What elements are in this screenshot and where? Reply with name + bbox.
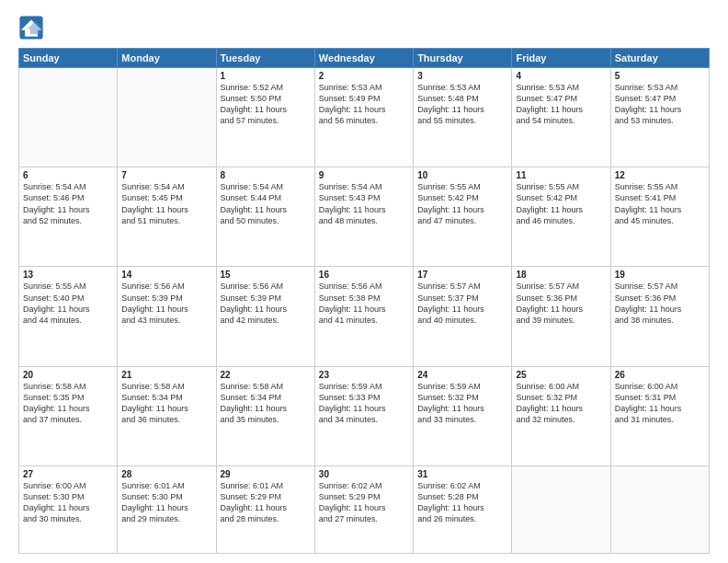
day-info: Sunrise: 5:57 AM Sunset: 5:37 PM Dayligh…	[417, 281, 507, 326]
day-info: Sunrise: 5:58 AM Sunset: 5:35 PM Dayligh…	[23, 381, 113, 426]
day-cell: 15Sunrise: 5:56 AM Sunset: 5:39 PM Dayli…	[216, 267, 314, 366]
day-cell: 6Sunrise: 5:54 AM Sunset: 5:46 PM Daylig…	[19, 167, 118, 267]
day-info: Sunrise: 6:00 AM Sunset: 5:32 PM Dayligh…	[516, 381, 606, 426]
day-number: 11	[516, 170, 606, 180]
weekday-header-tuesday: Tuesday	[216, 49, 314, 68]
day-number: 31	[417, 469, 507, 479]
day-number: 3	[417, 71, 507, 81]
day-number: 19	[615, 270, 705, 280]
day-info: Sunrise: 6:01 AM Sunset: 5:29 PM Dayligh…	[221, 480, 311, 525]
day-info: Sunrise: 6:01 AM Sunset: 5:30 PM Dayligh…	[121, 480, 211, 525]
day-cell: 28Sunrise: 6:01 AM Sunset: 5:30 PM Dayli…	[118, 465, 216, 553]
calendar-table: SundayMondayTuesdayWednesdayThursdayFrid…	[18, 48, 710, 554]
day-cell: 29Sunrise: 6:01 AM Sunset: 5:29 PM Dayli…	[216, 465, 314, 553]
week-row-3: 13Sunrise: 5:55 AM Sunset: 5:40 PM Dayli…	[19, 267, 710, 366]
header	[18, 15, 710, 40]
day-number: 15	[221, 270, 311, 280]
weekday-header-wednesday: Wednesday	[314, 49, 413, 68]
weekday-header-row: SundayMondayTuesdayWednesdayThursdayFrid…	[19, 49, 710, 68]
day-info: Sunrise: 6:00 AM Sunset: 5:30 PM Dayligh…	[23, 480, 113, 525]
day-cell: 22Sunrise: 5:58 AM Sunset: 5:34 PM Dayli…	[216, 366, 314, 465]
day-cell: 12Sunrise: 5:55 AM Sunset: 5:41 PM Dayli…	[610, 167, 709, 267]
day-cell: 31Sunrise: 6:02 AM Sunset: 5:28 PM Dayli…	[414, 465, 512, 553]
day-number: 2	[319, 71, 409, 81]
day-cell: 11Sunrise: 5:55 AM Sunset: 5:42 PM Dayli…	[512, 167, 610, 267]
day-cell: 7Sunrise: 5:54 AM Sunset: 5:45 PM Daylig…	[118, 167, 216, 267]
day-info: Sunrise: 5:55 AM Sunset: 5:42 PM Dayligh…	[417, 181, 507, 226]
day-number: 27	[23, 469, 113, 479]
day-info: Sunrise: 5:57 AM Sunset: 5:36 PM Dayligh…	[615, 281, 705, 326]
day-cell	[19, 68, 118, 167]
day-info: Sunrise: 5:56 AM Sunset: 5:38 PM Dayligh…	[319, 281, 409, 326]
day-number: 22	[221, 370, 311, 380]
day-cell: 1Sunrise: 5:52 AM Sunset: 5:50 PM Daylig…	[216, 68, 314, 167]
weekday-header-friday: Friday	[512, 49, 610, 68]
day-info: Sunrise: 5:56 AM Sunset: 5:39 PM Dayligh…	[221, 281, 311, 326]
day-number: 7	[121, 170, 211, 180]
day-cell: 13Sunrise: 5:55 AM Sunset: 5:40 PM Dayli…	[19, 267, 118, 366]
day-info: Sunrise: 5:54 AM Sunset: 5:46 PM Dayligh…	[23, 181, 113, 226]
day-cell: 3Sunrise: 5:53 AM Sunset: 5:48 PM Daylig…	[414, 68, 512, 167]
day-number: 13	[23, 270, 113, 280]
page: SundayMondayTuesdayWednesdayThursdayFrid…	[0, 0, 728, 563]
day-number: 30	[319, 469, 409, 479]
weekday-header-saturday: Saturday	[610, 49, 709, 68]
day-cell: 25Sunrise: 6:00 AM Sunset: 5:32 PM Dayli…	[512, 366, 610, 465]
day-info: Sunrise: 5:55 AM Sunset: 5:40 PM Dayligh…	[23, 281, 113, 326]
day-info: Sunrise: 5:59 AM Sunset: 5:33 PM Dayligh…	[319, 381, 409, 426]
week-row-1: 1Sunrise: 5:52 AM Sunset: 5:50 PM Daylig…	[19, 68, 710, 167]
day-cell: 4Sunrise: 5:53 AM Sunset: 5:47 PM Daylig…	[512, 68, 610, 167]
day-cell: 27Sunrise: 6:00 AM Sunset: 5:30 PM Dayli…	[19, 465, 118, 553]
day-cell	[512, 465, 610, 553]
logo	[18, 15, 48, 40]
day-cell: 5Sunrise: 5:53 AM Sunset: 5:47 PM Daylig…	[610, 68, 709, 167]
day-info: Sunrise: 5:53 AM Sunset: 5:49 PM Dayligh…	[319, 82, 409, 127]
day-info: Sunrise: 5:55 AM Sunset: 5:41 PM Dayligh…	[615, 181, 705, 226]
day-info: Sunrise: 6:00 AM Sunset: 5:31 PM Dayligh…	[615, 381, 705, 426]
day-number: 26	[615, 370, 705, 380]
week-row-4: 20Sunrise: 5:58 AM Sunset: 5:35 PM Dayli…	[19, 366, 710, 465]
day-number: 10	[417, 170, 507, 180]
weekday-header-sunday: Sunday	[19, 49, 118, 68]
day-info: Sunrise: 5:56 AM Sunset: 5:39 PM Dayligh…	[121, 281, 211, 326]
day-number: 24	[417, 370, 507, 380]
day-info: Sunrise: 5:57 AM Sunset: 5:36 PM Dayligh…	[516, 281, 606, 326]
day-info: Sunrise: 5:53 AM Sunset: 5:48 PM Dayligh…	[417, 82, 507, 127]
day-info: Sunrise: 5:59 AM Sunset: 5:32 PM Dayligh…	[417, 381, 507, 426]
day-cell: 24Sunrise: 5:59 AM Sunset: 5:32 PM Dayli…	[414, 366, 512, 465]
day-number: 21	[121, 370, 211, 380]
day-cell: 10Sunrise: 5:55 AM Sunset: 5:42 PM Dayli…	[414, 167, 512, 267]
day-cell: 9Sunrise: 5:54 AM Sunset: 5:43 PM Daylig…	[314, 167, 413, 267]
day-number: 4	[516, 71, 606, 81]
day-number: 5	[615, 71, 705, 81]
day-number: 25	[516, 370, 606, 380]
day-number: 9	[319, 170, 409, 180]
day-number: 18	[516, 270, 606, 280]
week-row-5: 27Sunrise: 6:00 AM Sunset: 5:30 PM Dayli…	[19, 465, 710, 553]
day-info: Sunrise: 6:02 AM Sunset: 5:28 PM Dayligh…	[417, 480, 507, 525]
day-cell: 30Sunrise: 6:02 AM Sunset: 5:29 PM Dayli…	[314, 465, 413, 553]
day-number: 12	[615, 170, 705, 180]
day-info: Sunrise: 5:53 AM Sunset: 5:47 PM Dayligh…	[516, 82, 606, 127]
day-cell: 18Sunrise: 5:57 AM Sunset: 5:36 PM Dayli…	[512, 267, 610, 366]
day-number: 28	[121, 469, 211, 479]
day-number: 1	[221, 71, 311, 81]
weekday-header-thursday: Thursday	[414, 49, 512, 68]
day-info: Sunrise: 5:55 AM Sunset: 5:42 PM Dayligh…	[516, 181, 606, 226]
day-cell: 26Sunrise: 6:00 AM Sunset: 5:31 PM Dayli…	[610, 366, 709, 465]
week-row-2: 6Sunrise: 5:54 AM Sunset: 5:46 PM Daylig…	[19, 167, 710, 267]
day-number: 8	[221, 170, 311, 180]
logo-icon	[18, 15, 44, 40]
weekday-header-monday: Monday	[118, 49, 216, 68]
day-info: Sunrise: 5:52 AM Sunset: 5:50 PM Dayligh…	[221, 82, 311, 127]
day-number: 16	[319, 270, 409, 280]
day-cell: 14Sunrise: 5:56 AM Sunset: 5:39 PM Dayli…	[118, 267, 216, 366]
day-number: 20	[23, 370, 113, 380]
day-info: Sunrise: 5:54 AM Sunset: 5:43 PM Dayligh…	[319, 181, 409, 226]
day-cell: 20Sunrise: 5:58 AM Sunset: 5:35 PM Dayli…	[19, 366, 118, 465]
day-info: Sunrise: 6:02 AM Sunset: 5:29 PM Dayligh…	[319, 480, 409, 525]
day-number: 14	[121, 270, 211, 280]
day-info: Sunrise: 5:54 AM Sunset: 5:44 PM Dayligh…	[221, 181, 311, 226]
day-info: Sunrise: 5:54 AM Sunset: 5:45 PM Dayligh…	[121, 181, 211, 226]
day-cell	[118, 68, 216, 167]
